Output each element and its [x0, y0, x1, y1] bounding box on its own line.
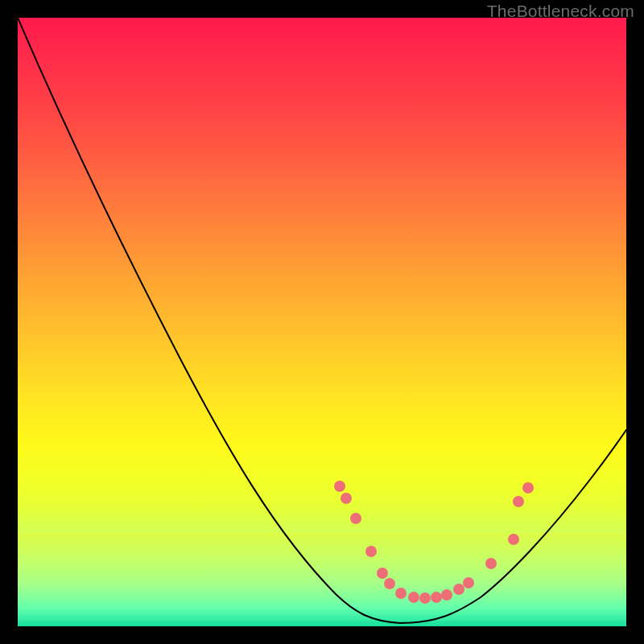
chart-area	[18, 18, 626, 626]
curve-dots	[334, 481, 534, 604]
curve-dot	[453, 584, 464, 595]
curve-dot	[384, 578, 395, 589]
curve-dot	[419, 592, 431, 604]
curve-dot	[408, 592, 419, 603]
curve-dot	[508, 534, 519, 545]
curve-dot	[341, 493, 352, 504]
curve-dot	[485, 558, 497, 569]
curve-dot	[365, 546, 377, 557]
bottleneck-curve	[18, 18, 626, 623]
curve-dot	[377, 568, 388, 579]
curve-dot	[431, 592, 442, 603]
curve-dot	[522, 482, 534, 493]
curve-dot	[395, 588, 407, 599]
curve-dot	[513, 496, 524, 507]
chart-svg	[18, 18, 626, 626]
curve-dot	[350, 513, 361, 524]
curve-dot	[441, 589, 452, 601]
curve-dot	[334, 481, 345, 492]
curve-dot	[463, 577, 474, 588]
watermark: TheBottleneck.com	[487, 2, 634, 21]
